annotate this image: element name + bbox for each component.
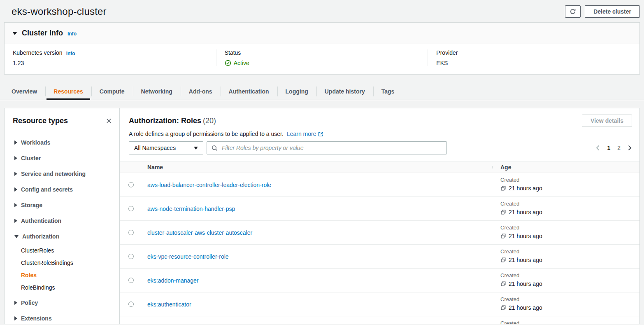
- radio-button[interactable]: [128, 254, 134, 259]
- created-label: Created: [500, 224, 639, 231]
- section-description: A role defines a group of permissions to…: [129, 131, 284, 137]
- role-link[interactable]: eks-vpc-resource-controller-role: [147, 253, 229, 260]
- tab-logging[interactable]: Logging: [277, 83, 316, 100]
- tab-overview[interactable]: Overview: [3, 83, 45, 100]
- delete-cluster-button[interactable]: Delete cluster: [585, 5, 640, 18]
- name-column-header: Name: [142, 164, 492, 171]
- tab-add-ons[interactable]: Add-ons: [181, 83, 221, 100]
- page-numbers: 12: [607, 145, 621, 151]
- cluster-info-panel: Cluster info Info Kubernetes version Inf…: [4, 22, 640, 75]
- search-icon: [212, 145, 218, 151]
- sidebar-item-service-and-networking[interactable]: Service and networking: [14, 166, 119, 182]
- age-value: 21 hours ago: [500, 281, 639, 287]
- sidebar-item-extensions[interactable]: Extensions: [14, 311, 119, 324]
- roles-table: Name Age aws-load-balancer-controller-le…: [120, 161, 639, 324]
- main-header: Authorization: Roles(20) View details: [129, 115, 632, 127]
- radio-cell: [120, 221, 142, 244]
- copy-icon[interactable]: [500, 233, 506, 239]
- radio-button[interactable]: [128, 206, 134, 211]
- sidebar-item-authorization[interactable]: Authorization: [14, 229, 119, 244]
- age-cell: Created21 hours ago: [492, 221, 639, 244]
- sidebar-item-cluster[interactable]: Cluster: [14, 150, 119, 166]
- copy-icon[interactable]: [500, 281, 506, 287]
- sidebar-item-config-and-secrets[interactable]: Config and secrets: [14, 182, 119, 197]
- page-number-2[interactable]: 2: [617, 145, 621, 151]
- sidebar-item-clusterrolebindings[interactable]: ClusterRoleBindings: [21, 257, 119, 269]
- status-badge: Active: [225, 60, 420, 66]
- page-number-1[interactable]: 1: [607, 145, 610, 151]
- chevron-right-icon: [14, 219, 17, 223]
- sidebar-item-label: Cluster: [21, 155, 41, 161]
- age-cell: Created: [492, 316, 639, 324]
- page-header: eks-workshop-cluster Delete cluster: [0, 0, 644, 19]
- tab-authentication[interactable]: Authentication: [221, 83, 277, 100]
- table-row: eks-vpc-resource-controller-roleCreated2…: [120, 245, 639, 269]
- sidebar-item-clusterroles[interactable]: ClusterRoles: [21, 244, 119, 257]
- collapse-caret-icon: [12, 32, 17, 35]
- radio-button[interactable]: [128, 230, 134, 235]
- role-link[interactable]: aws-load-balancer-controller-leader-elec…: [147, 182, 271, 188]
- refresh-button[interactable]: [565, 5, 581, 18]
- chevron-right-icon: [14, 301, 17, 305]
- learn-more-text: Learn more: [287, 131, 316, 137]
- next-page-icon[interactable]: [628, 145, 632, 151]
- age-value: 21 hours ago: [500, 233, 639, 239]
- age-value: 21 hours ago: [500, 209, 639, 215]
- role-link[interactable]: aws-node-termination-handler-psp: [147, 206, 235, 212]
- kubernetes-version-info-link[interactable]: Info: [66, 51, 75, 56]
- tab-update-history[interactable]: Update history: [316, 83, 373, 100]
- sidebar-item-authentication[interactable]: Authentication: [14, 213, 119, 229]
- radio-button[interactable]: [128, 278, 134, 283]
- provider-value: EKS: [436, 60, 631, 66]
- sidebar-close-button[interactable]: [104, 116, 114, 126]
- tab-compute[interactable]: Compute: [91, 83, 133, 100]
- sidebar-item-label: Storage: [21, 202, 42, 208]
- cluster-info-title: Cluster info: [22, 29, 63, 37]
- sidebar-item-workloads[interactable]: Workloads: [14, 135, 119, 150]
- previous-page-icon[interactable]: [595, 145, 600, 151]
- namespace-select[interactable]: All Namespaces: [129, 141, 203, 154]
- sidebar-item-policy[interactable]: Policy: [14, 295, 119, 311]
- tab-tags[interactable]: Tags: [373, 83, 403, 100]
- age-cell: Created21 hours ago: [492, 173, 639, 196]
- cluster-info-info-link[interactable]: Info: [67, 31, 77, 37]
- cluster-info-header[interactable]: Cluster info Info: [5, 23, 639, 44]
- sidebar-list: WorkloadsClusterService and networkingCo…: [5, 135, 119, 324]
- header-actions: Delete cluster: [565, 5, 640, 18]
- table-header: Name Age: [120, 161, 639, 173]
- created-label: Created: [500, 296, 639, 302]
- filter-row: All Namespaces 12: [129, 141, 632, 154]
- age-value: 21 hours ago: [500, 185, 639, 192]
- section-title-text: Authorization: Roles: [129, 117, 201, 125]
- chevron-right-icon: [14, 156, 17, 160]
- kubernetes-version-field: Kubernetes version Info 1.23: [5, 49, 216, 66]
- created-label: Created: [500, 248, 639, 255]
- copy-icon[interactable]: [500, 305, 506, 311]
- sidebar-item-label: Authentication: [21, 217, 61, 224]
- sidebar-item-rolebindings[interactable]: RoleBindings: [21, 281, 119, 294]
- role-link[interactable]: eks:addon-manager: [147, 277, 199, 284]
- table-row: Created: [120, 316, 639, 324]
- tab-networking[interactable]: Networking: [133, 83, 181, 100]
- table-row: aws-node-termination-handler-pspCreated2…: [120, 197, 639, 221]
- sidebar-header: Resource types: [5, 116, 119, 126]
- copy-icon[interactable]: [500, 257, 506, 263]
- view-details-button[interactable]: View details: [582, 115, 632, 127]
- resource-types-sidebar: Resource types WorkloadsClusterService a…: [5, 108, 120, 324]
- copy-icon[interactable]: [500, 185, 506, 191]
- sidebar-item-storage[interactable]: Storage: [14, 197, 119, 213]
- role-link[interactable]: cluster-autoscaler-aws-cluster-autoscale…: [147, 229, 252, 236]
- radio-button[interactable]: [128, 182, 134, 187]
- learn-more-link[interactable]: Learn more: [287, 131, 323, 137]
- radio-button[interactable]: [128, 302, 134, 307]
- sidebar-item-label: Service and networking: [21, 171, 86, 177]
- tab-resources[interactable]: Resources: [45, 83, 91, 100]
- sidebar-item-roles[interactable]: Roles: [21, 269, 119, 281]
- chevron-right-icon: [14, 172, 17, 176]
- name-cell: cluster-autoscaler-aws-cluster-autoscale…: [142, 221, 492, 244]
- search-input[interactable]: [221, 144, 442, 152]
- close-icon: [106, 118, 112, 124]
- radio-cell: [120, 316, 142, 324]
- role-link[interactable]: eks:authenticator: [147, 301, 191, 308]
- copy-icon[interactable]: [500, 209, 506, 215]
